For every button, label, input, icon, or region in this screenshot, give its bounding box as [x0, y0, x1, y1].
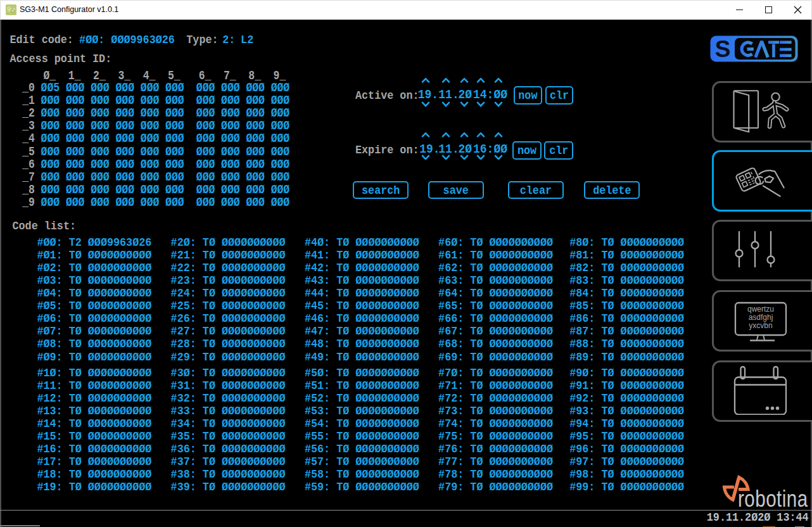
svg-text:asdfghj: asdfghj: [749, 313, 773, 322]
svg-text:yxcvbn: yxcvbn: [749, 321, 772, 330]
svg-text:S: S: [715, 36, 731, 62]
svg-text:qwertzu: qwertzu: [747, 305, 774, 314]
